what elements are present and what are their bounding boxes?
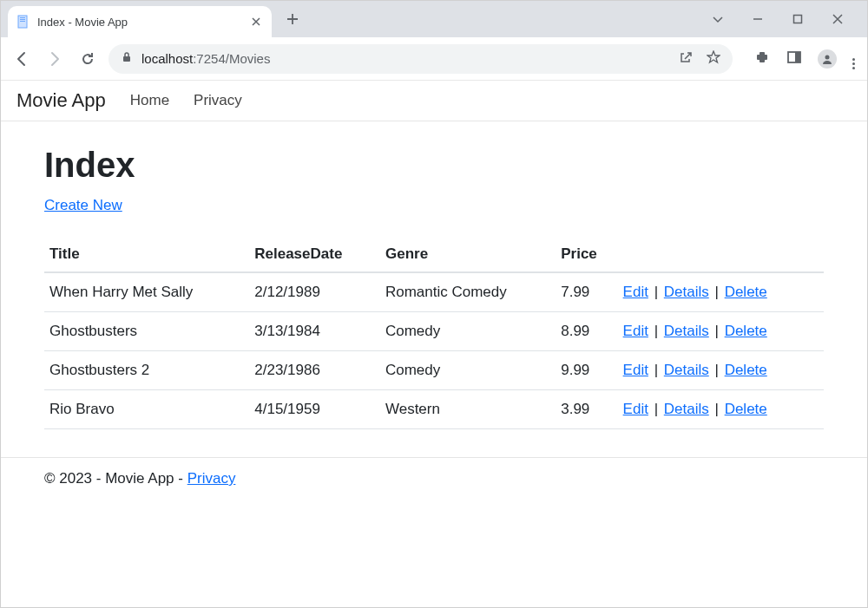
- main: Index Create New Title ReleaseDate Genre…: [1, 121, 867, 443]
- forward-icon[interactable]: [46, 50, 63, 68]
- browser-menu-icon[interactable]: [852, 49, 855, 69]
- th-genre: Genre: [380, 237, 556, 272]
- action-separator: |: [709, 284, 725, 300]
- cell-title: Ghostbusters 2: [44, 351, 249, 390]
- details-link[interactable]: Details: [664, 401, 709, 417]
- extensions-icon[interactable]: [755, 49, 771, 69]
- action-separator: |: [709, 401, 725, 417]
- cell-actions: Edit | Details | Delete: [618, 272, 824, 312]
- cell-actions: Edit | Details | Delete: [618, 351, 824, 390]
- cell-actions: Edit | Details | Delete: [618, 312, 824, 351]
- movies-table: Title ReleaseDate Genre Price When Harry…: [44, 237, 824, 429]
- tab-title: Index - Movie App: [37, 16, 242, 29]
- address-bar[interactable]: localhost:7254/Movies: [108, 44, 733, 74]
- share-icon[interactable]: [679, 50, 693, 68]
- window-controls: [709, 10, 867, 28]
- edit-link[interactable]: Edit: [623, 323, 648, 339]
- lock-icon: [121, 51, 133, 67]
- tab-close-icon[interactable]: [249, 15, 263, 29]
- details-link[interactable]: Details: [664, 284, 709, 300]
- cell-genre: Comedy: [380, 351, 556, 390]
- action-separator: |: [648, 284, 664, 300]
- navbar: Movie App Home Privacy: [1, 81, 867, 121]
- window-close-icon[interactable]: [829, 10, 846, 28]
- action-separator: |: [648, 323, 664, 339]
- profile-avatar-icon[interactable]: [818, 49, 837, 69]
- cell-genre: Romantic Comedy: [380, 272, 556, 312]
- browser-tab[interactable]: Index - Movie App: [8, 6, 272, 37]
- cell-price: 7.99: [556, 272, 617, 312]
- action-separator: |: [709, 323, 725, 339]
- window-maximize-icon[interactable]: [789, 10, 806, 28]
- create-new-link[interactable]: Create New: [44, 197, 122, 213]
- delete-link[interactable]: Delete: [725, 323, 767, 339]
- svg-rect-4: [794, 16, 802, 23]
- edit-link[interactable]: Edit: [623, 362, 648, 378]
- table-row: Rio Bravo4/15/1959Western3.99Edit | Deta…: [44, 390, 824, 429]
- table-header-row: Title ReleaseDate Genre Price: [44, 237, 824, 272]
- th-release-date: ReleaseDate: [249, 237, 380, 272]
- svg-rect-2: [20, 19, 25, 20]
- table-row: Ghostbusters 22/23/1986Comedy9.99Edit | …: [44, 351, 824, 390]
- edit-link[interactable]: Edit: [623, 284, 648, 300]
- action-separator: |: [648, 362, 664, 378]
- url-path: :7254/Movies: [193, 51, 270, 66]
- svg-rect-1: [20, 17, 25, 18]
- side-panel-icon[interactable]: [786, 49, 802, 69]
- reload-icon[interactable]: [79, 50, 96, 68]
- new-tab-button[interactable]: [280, 7, 305, 31]
- cell-release_date: 2/12/1989: [249, 272, 380, 312]
- cell-genre: Western: [380, 390, 556, 429]
- footer-privacy-link[interactable]: Privacy: [187, 470, 236, 487]
- cell-genre: Comedy: [380, 312, 556, 351]
- back-icon[interactable]: [13, 50, 30, 68]
- th-title: Title: [44, 237, 249, 272]
- page-title: Index: [44, 146, 824, 185]
- svg-point-8: [825, 55, 830, 59]
- brand[interactable]: Movie App: [16, 89, 106, 112]
- svg-rect-3: [20, 21, 25, 22]
- footer: © 2023 - Movie App - Privacy: [1, 457, 867, 500]
- cell-actions: Edit | Details | Delete: [618, 390, 824, 429]
- details-link[interactable]: Details: [664, 362, 709, 378]
- cell-price: 8.99: [556, 312, 617, 351]
- url-host: localhost: [141, 51, 193, 66]
- table-row: Ghostbusters3/13/1984Comedy8.99Edit | De…: [44, 312, 824, 351]
- edit-link[interactable]: Edit: [623, 401, 648, 417]
- th-actions: [618, 237, 824, 272]
- action-separator: |: [648, 401, 664, 417]
- delete-link[interactable]: Delete: [725, 284, 767, 300]
- browser-toolbar: localhost:7254/Movies: [1, 37, 867, 81]
- svg-rect-5: [123, 56, 130, 62]
- window-chevron-icon[interactable]: [709, 10, 727, 28]
- star-icon[interactable]: [707, 50, 720, 68]
- th-price: Price: [556, 237, 617, 272]
- browser-tabs-bar: Index - Movie App: [1, 1, 867, 37]
- cell-price: 9.99: [556, 351, 617, 390]
- cell-title: Ghostbusters: [44, 312, 249, 351]
- cell-title: Rio Bravo: [44, 390, 249, 429]
- app-content: Movie App Home Privacy Index Create New …: [1, 81, 867, 500]
- cell-release_date: 3/13/1984: [249, 312, 380, 351]
- window-minimize-icon[interactable]: [749, 10, 766, 28]
- delete-link[interactable]: Delete: [725, 401, 767, 417]
- nav-home[interactable]: Home: [130, 92, 169, 109]
- details-link[interactable]: Details: [664, 323, 709, 339]
- delete-link[interactable]: Delete: [725, 362, 767, 378]
- nav-privacy[interactable]: Privacy: [194, 92, 242, 109]
- cell-price: 3.99: [556, 390, 617, 429]
- svg-rect-7: [795, 52, 800, 62]
- footer-copyright: © 2023 - Movie App -: [44, 470, 187, 487]
- cell-release_date: 4/15/1959: [249, 390, 380, 429]
- url-text: localhost:7254/Movies: [141, 51, 270, 66]
- table-row: When Harry Met Sally2/12/1989Romantic Co…: [44, 272, 824, 312]
- cell-release_date: 2/23/1986: [249, 351, 380, 390]
- action-separator: |: [709, 362, 725, 378]
- favicon-icon: [16, 15, 30, 29]
- cell-title: When Harry Met Sally: [44, 272, 249, 312]
